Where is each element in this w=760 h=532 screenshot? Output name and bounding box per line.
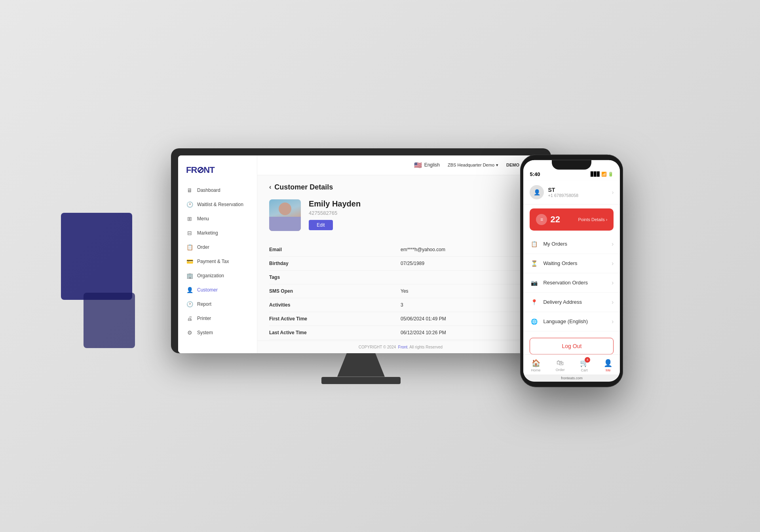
email-label: Email (269, 243, 401, 257)
footer-link[interactable]: Front (398, 345, 407, 349)
points-icon: ≡ (536, 214, 547, 225)
phone-menu-waiting-orders[interactable]: ⏳ Waiting Orders › (523, 254, 620, 273)
reservation-label: Reservation Orders (543, 280, 588, 286)
waiting-orders-label: Waiting Orders (543, 260, 577, 266)
phone-menu-delivery-address[interactable]: 📍 Delivery Address › (523, 292, 620, 312)
chevron-right-icon: › (612, 318, 614, 325)
dark-accent-2 (84, 293, 135, 348)
page-title: ‹ Customer Details (269, 183, 532, 191)
phone-screen: 5:40 ▊▊▊ 📶 🔋 👤 ST (523, 160, 620, 381)
edit-button[interactable]: Edit (309, 220, 333, 230)
battery-icon: 🔋 (608, 171, 614, 176)
sidebar-item-payment[interactable]: 💳 Payment & Tax (178, 254, 257, 269)
language-selector[interactable]: 🇺🇸 English (414, 161, 440, 169)
monitor-screen: FR⊘NT 🖥 Dashboard 🕐 Waitlist & Reservati… (178, 155, 544, 353)
organization-icon: 🏢 (186, 272, 193, 279)
page-title-text: Customer Details (274, 183, 333, 191)
url-bar[interactable]: fronteats.com (523, 374, 620, 381)
delivery-address-icon: 📍 (530, 297, 538, 306)
chevron-right-icon: › (612, 279, 614, 286)
phone-frame: 5:40 ▊▊▊ 📶 🔋 👤 ST (520, 154, 623, 387)
language-icon: 🌐 (530, 317, 538, 326)
phone-avatar: 👤 (530, 185, 544, 199)
order-icon: 📋 (186, 244, 193, 251)
sidebar-item-order[interactable]: 📋 Order (178, 240, 257, 254)
points-details[interactable]: Points Details › (578, 217, 607, 222)
me-icon: 👤 (604, 358, 612, 367)
last-active-value: 06/12/2024 10:26 PM (401, 326, 532, 340)
desktop-app: FR⊘NT 🖥 Dashboard 🕐 Waitlist & Reservati… (178, 155, 544, 353)
points-left: ≡ 22 (536, 214, 560, 225)
profile-image (269, 199, 301, 231)
report-icon: 🕐 (186, 301, 193, 308)
language-label: Language (English) (543, 318, 588, 324)
phone-menu-language[interactable]: 🌐 Language (English) › (523, 312, 620, 331)
reservation-icon: 📷 (530, 278, 538, 287)
sidebar-item-waitlist[interactable]: 🕐 Waitlist & Reservation (178, 197, 257, 212)
bottom-nav-me[interactable]: 👤 Me (604, 358, 612, 372)
cart-count: 4 (585, 357, 590, 362)
sidebar-item-system[interactable]: ⚙ System (178, 326, 257, 340)
waitlist-icon: 🕐 (186, 201, 193, 208)
menu-icon: ⊞ (186, 215, 193, 222)
cart-label: Cart (581, 368, 588, 372)
phone-content: 👤 ST +1 6789758058 › ≡ 22 (523, 180, 620, 354)
logo: FR⊘NT (178, 162, 257, 183)
email-value: em****h@yahoo.com (401, 243, 532, 257)
logout-button[interactable]: Log Out (530, 337, 614, 354)
chevron-right-icon: › (612, 298, 614, 305)
sidebar-item-marketing[interactable]: ⊟ Marketing (178, 226, 257, 240)
activities-value: 3 (401, 298, 532, 312)
phone-menu-my-orders[interactable]: 📋 My Orders › (523, 234, 620, 254)
sidebar-item-dashboard[interactable]: 🖥 Dashboard (178, 183, 257, 197)
phone-profile-row[interactable]: 👤 ST +1 6789758058 › (523, 180, 620, 204)
sidebar-item-report[interactable]: 🕐 Report (178, 297, 257, 311)
first-active-label: First Active Time (269, 312, 401, 326)
chevron-down-icon: ▾ (496, 163, 498, 168)
sidebar-item-organization[interactable]: 🏢 Organization (178, 269, 257, 283)
language-label: English (424, 162, 440, 168)
bottom-nav-order[interactable]: 🛍 Order (556, 359, 565, 372)
details-table: Email em****h@yahoo.com Birthday 07/25/1… (269, 243, 532, 340)
monitor-frame: FR⊘NT 🖥 Dashboard 🕐 Waitlist & Reservati… (171, 148, 551, 353)
dashboard-icon: 🖥 (186, 187, 193, 194)
sidebar-item-customer[interactable]: 👤 Customer (178, 283, 257, 297)
phone-profile-phone: +1 6789758058 (548, 193, 612, 197)
bottom-nav-cart[interactable]: 🛒 4 Cart (580, 358, 589, 372)
profile-info: Emily Hayden 4275582765 Edit (309, 199, 361, 230)
bottom-nav-home[interactable]: 🏠 Home (531, 358, 541, 372)
profile-photo (269, 199, 301, 231)
sidebar-item-printer[interactable]: 🖨 Printer (178, 311, 257, 326)
sms-open-label: SMS Open (269, 284, 401, 298)
tags-label: Tags (269, 271, 401, 284)
org-selector[interactable]: ZBS Headquarter Demo ▾ (448, 163, 498, 168)
phone-notch (552, 160, 591, 169)
last-active-label: Last Active Time (269, 326, 401, 340)
wifi-icon: 📶 (601, 171, 607, 176)
phone-profile-name: ST (548, 186, 612, 193)
demo-label: DEMO (506, 163, 519, 167)
my-orders-icon: 📋 (530, 239, 538, 248)
points-card[interactable]: ≡ 22 Points Details › (530, 208, 614, 230)
phone-menu-reservation[interactable]: 📷 Reservation Orders › (523, 273, 620, 292)
waiting-orders-icon: ⏳ (530, 259, 538, 267)
printer-icon: 🖨 (186, 315, 193, 322)
back-button[interactable]: ‹ (269, 184, 271, 191)
sidebar: FR⊘NT 🖥 Dashboard 🕐 Waitlist & Reservati… (178, 155, 257, 353)
flag-icon: 🇺🇸 (414, 161, 422, 169)
org-label: ZBS Headquarter Demo (448, 163, 494, 167)
monitor: FR⊘NT 🖥 Dashboard 🕐 Waitlist & Reservati… (171, 148, 551, 384)
phone: 5:40 ▊▊▊ 📶 🔋 👤 ST (520, 154, 623, 387)
sidebar-item-menu[interactable]: ⊞ Menu (178, 212, 257, 226)
chevron-right-icon: › (612, 259, 614, 267)
payment-icon: 💳 (186, 258, 193, 265)
chevron-right-icon: › (612, 240, 614, 247)
sms-open-value: Yes (401, 284, 532, 298)
dark-accent-1 (61, 213, 132, 300)
customer-name: Emily Hayden (309, 199, 361, 208)
order-label: Order (556, 368, 565, 372)
status-icons: ▊▊▊ 📶 🔋 (591, 171, 614, 176)
me-label: Me (606, 368, 611, 372)
customer-phone: 4275582765 (309, 210, 361, 216)
activities-label: Activities (269, 298, 401, 312)
